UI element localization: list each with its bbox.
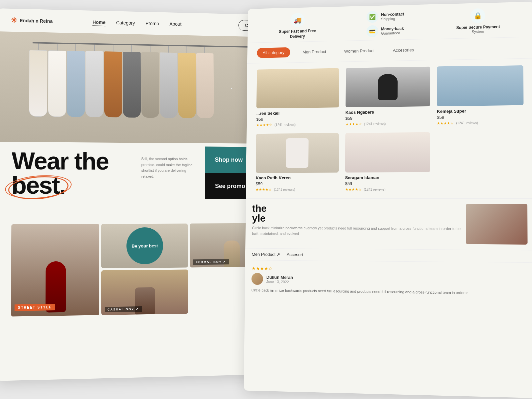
best-word: best.: [12, 173, 66, 197]
noncontact-title-1: Non-contact: [381, 12, 404, 17]
clothes-visual: [0, 31, 286, 144]
reviewer-avatar: [251, 273, 263, 285]
product-price-3: $59: [437, 114, 524, 120]
reviewer-details: Dukun Merah June 13, 2022: [266, 275, 293, 284]
accesories-link[interactable]: Accesori: [287, 252, 303, 257]
casual-boy-label: CASUAL BOY ↗: [105, 306, 142, 312]
info-image-area: [466, 204, 528, 245]
product-card-5[interactable]: Seragam Idaman $59 ★★★★☆ (1241 reviews): [342, 129, 434, 195]
tab-men-product[interactable]: Men Product: [297, 47, 332, 57]
product-stars-5: ★★★★☆ (1241 reviews): [345, 187, 430, 192]
product-price-1: $59: [256, 116, 339, 122]
formal-boy-label: FORMAL BOY ↗: [193, 259, 229, 265]
feature-fast-delivery: 🚚 Super Fast and Free Delivery: [279, 12, 316, 39]
product-name-4: Kaos Putih Keren: [256, 175, 338, 180]
category-casual-boy[interactable]: CASUAL BOY ↗: [101, 269, 188, 315]
tab-accesories[interactable]: Accesories: [387, 45, 420, 55]
reviewer-name: Dukun Merah: [266, 275, 293, 280]
noncontact-title-2: Shipping: [381, 16, 404, 21]
product-price-5: $59: [345, 181, 430, 186]
product-price-2: $59: [345, 115, 430, 121]
logo: ✳ Endah n Reina: [11, 16, 53, 25]
moneyback-title-2: Guaranteed: [381, 31, 404, 35]
info-image: [466, 204, 528, 245]
secure-title: Super Secure Payment: [456, 24, 500, 30]
noncontact-text: Non-contact Shipping: [381, 12, 404, 21]
feature-secure-payment: 🔒 Super Secure Payment System: [456, 8, 500, 36]
nav-category[interactable]: Category: [116, 20, 135, 26]
reviewer-date: June 13, 2022: [266, 280, 293, 284]
right-panel: 🚚 Super Fast and Free Delivery ✅ Non-con…: [244, 2, 532, 398]
nav-home[interactable]: Home: [93, 19, 106, 26]
products-grid: ...ren Sekali $59 ★★★★☆ (1241 reviews) K…: [246, 59, 532, 199]
testimonial-section: ★★★★☆ Dukun Merah June 13, 2022 Circle b…: [245, 260, 532, 302]
review-text: Circle back minimize backwards products …: [251, 287, 528, 296]
feature-money-back: 💳 Money-back Guaranteed: [367, 25, 404, 37]
feature-group-right: ✅ Non-contact Shipping 💳 Money-back Guar…: [367, 10, 404, 38]
product-name-1: ...ren Sekali: [256, 110, 339, 116]
nav-about[interactable]: About: [169, 21, 181, 26]
secure-icon: 🔒: [470, 8, 485, 23]
product-stars-4: ★★★★☆ (1241 reviews): [256, 187, 339, 192]
hero-text-section: Wear the best. Still, the second option …: [12, 149, 273, 197]
moneyback-icon: 💳: [367, 25, 379, 37]
nav-links: Home Category Promo About: [93, 19, 182, 27]
secure-sub: System: [472, 29, 484, 34]
product-stars-2: ★★★★☆ (1241 reviews): [345, 121, 430, 126]
product-name-5: Seragam Idaman: [345, 175, 430, 180]
product-stars-1: ★★★★☆ (1241 reviews): [256, 122, 339, 127]
moneyback-text: Money-back Guaranteed: [381, 26, 404, 35]
product-price-4: $59: [256, 181, 339, 186]
tab-women-product[interactable]: Women Product: [338, 46, 381, 57]
product-stars-3: ★★★★☆ (1241 reviews): [437, 120, 524, 126]
category-street-style[interactable]: STREET STYLE: [11, 224, 99, 317]
feature-non-contact: ✅ Non-contact Shipping: [367, 10, 404, 23]
moneyback-title-1: Money-back: [381, 26, 404, 31]
product-card-3[interactable]: Kemeja Super $59 ★★★★☆ (1241 reviews): [434, 62, 527, 129]
be-your-best-badge: Be your best: [126, 227, 163, 264]
product-name-3: Kemeja Super: [437, 108, 524, 114]
men-product-link[interactable]: Men Product ↗: [252, 252, 280, 257]
category-section: STREET STYLE Be your best FORMAL BOY ↗: [11, 223, 274, 317]
delivery-icon: 🚚: [290, 13, 305, 27]
product-card-1[interactable]: ...ren Sekali $59 ★★★★☆ (1241 reviews): [253, 65, 342, 131]
product-card-2[interactable]: Kaos Ngabers $59 ★★★★☆ (1241 reviews): [342, 64, 434, 130]
logo-icon: ✳: [11, 16, 17, 24]
hero-image: [0, 31, 286, 144]
hero-description: Still, the second option holds promise. …: [141, 156, 199, 179]
features-bar: 🚚 Super Fast and Free Delivery ✅ Non-con…: [248, 2, 532, 43]
testimonial-stars: ★★★★☆: [252, 266, 528, 274]
logo-text: Endah n Reina: [20, 18, 53, 24]
reviewer-info: Dukun Merah June 13, 2022: [251, 273, 528, 288]
info-description: Circle back minimize backwards overflow …: [252, 225, 461, 237]
info-text: the yle Circle back minimize backwards o…: [252, 204, 461, 244]
category-be-your-best[interactable]: Be your best: [101, 224, 188, 268]
product-card-4[interactable]: Kaos Putih Keren $59 ★★★★☆ (1241 reviews…: [252, 130, 342, 195]
noncontact-icon: ✅: [367, 11, 379, 23]
tab-all-category[interactable]: All category: [257, 47, 290, 58]
street-style-label: STREET STYLE: [15, 304, 55, 311]
product-name-2: Kaos Ngabers: [345, 109, 430, 115]
nav-promo[interactable]: Promo: [145, 21, 159, 26]
info-heading: the yle: [252, 204, 461, 224]
delivery-title: Super Fast and Free: [279, 29, 316, 35]
info-section: the yle Circle back minimize backwards o…: [245, 198, 532, 250]
